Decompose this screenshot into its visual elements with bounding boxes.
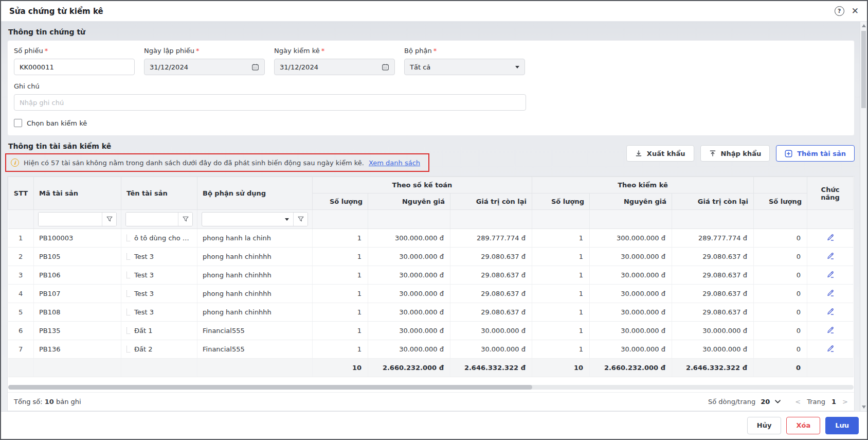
info-icon: i [11, 159, 19, 167]
so-phieu-input[interactable] [14, 59, 135, 75]
dept-filter-select[interactable] [202, 213, 293, 226]
delete-button[interactable]: Xóa [786, 417, 820, 434]
modal-title: Sửa chứng từ kiểm kê [9, 7, 103, 16]
table-row: 6 PB135 Đất 1 Financial555 1 30.000.000 … [8, 322, 854, 340]
col-header-code: Mã tài sản [34, 177, 121, 210]
col-header-name: Tên tài sản [121, 177, 197, 210]
asset-dept: phong hanh chinhhh [197, 248, 313, 266]
edit-inventory-document-modal: Sửa chứng từ kiểm kê ? ✕ Thông tin chứng… [0, 0, 868, 440]
col-header-stt: STT [8, 177, 34, 210]
tree-node-icon [126, 290, 130, 297]
scroll-down-icon[interactable] [862, 406, 866, 409]
col-header-acc-cost: Nguyên giá [368, 193, 450, 210]
upload-icon [709, 150, 716, 157]
edit-row-icon[interactable] [826, 270, 835, 278]
checkbox-icon[interactable] [14, 119, 22, 127]
ngay-lap-phieu-field[interactable]: 31/12/2024 [144, 59, 265, 75]
ghi-chu-label: Ghi chú [14, 82, 40, 90]
edit-row-icon[interactable] [826, 326, 835, 334]
asset-dept: Financial555 [197, 340, 313, 359]
current-page: 1 [831, 398, 836, 406]
total-acc-cost: 2.660.232.000 đ [368, 359, 450, 377]
col-header-inv-qty: Số lượng [532, 193, 590, 210]
document-info-card: Số phiếu* Ngày lập phiếu* 31/12/2024 Ngà… [7, 40, 855, 136]
cancel-button[interactable]: Hủy [747, 417, 782, 434]
total-acc-qty: 10 [313, 359, 368, 377]
ghi-chu-input[interactable] [14, 94, 526, 111]
scroll-up-icon[interactable] [862, 24, 866, 27]
tree-node-icon [126, 327, 130, 334]
asset-name: Đất 1 [121, 322, 197, 340]
col-header-actions: Chức năng [807, 177, 854, 210]
table-row: 7 PB136 Đất 2 Financial555 1 30.000.000 … [8, 340, 854, 359]
required-mark: * [45, 47, 48, 55]
filter-funnel-icon[interactable] [178, 213, 192, 226]
warning-banner: i Hiện có 57 tài sản không nằm trong dan… [5, 153, 429, 172]
ngay-lap-phieu-value: 31/12/2024 [150, 63, 188, 71]
asset-dept: phong hanh chinhhh [197, 303, 313, 322]
asset-name: Test 3 [121, 248, 197, 266]
required-mark: * [433, 47, 437, 55]
total-diff-qty: 0 [754, 359, 807, 377]
edit-row-icon[interactable] [826, 344, 835, 353]
xem-danh-sach-link[interactable]: Xem danh sách [369, 159, 420, 167]
export-button[interactable]: Xuất khẩu [626, 145, 694, 162]
edit-row-icon[interactable] [826, 289, 835, 297]
edit-row-icon[interactable] [826, 233, 835, 241]
prev-page-icon[interactable]: < [795, 398, 801, 406]
asset-dept: phong hanh la chinh [197, 229, 313, 248]
vertical-scrollbar-thumb[interactable] [861, 31, 866, 108]
filter-funnel-icon[interactable] [102, 213, 116, 226]
warning-text: Hiện có 57 tài sản không nằm trong danh … [24, 159, 364, 167]
asset-name: Test 3 [121, 285, 197, 303]
total-inv-cost: 2.660.232.000 đ [590, 359, 672, 377]
total-acc-remaining: 2.646.332.322 đ [450, 359, 532, 377]
chon-ban-kiem-ke-label: Chọn ban kiểm kê [27, 119, 87, 127]
horizontal-scrollbar[interactable] [8, 385, 854, 390]
import-button[interactable]: Nhập khẩu [700, 145, 770, 162]
ngay-lap-phieu-label: Ngày lập phiếu [144, 47, 194, 55]
bo-phan-value: Tất cả [410, 63, 430, 71]
bo-phan-select[interactable]: Tất cả [404, 59, 525, 75]
plus-square-icon [785, 150, 792, 157]
ngay-kiem-ke-field[interactable]: 31/12/2024 [274, 59, 395, 75]
bo-phan-label: Bộ phận [404, 47, 432, 55]
group-header-accounting: Theo số kế toán [313, 177, 532, 193]
edit-row-icon[interactable] [826, 252, 835, 260]
asset-section-title: Thông tin tài sản kiểm kê [7, 141, 429, 153]
asset-dept: phong hanh chinhhh [197, 285, 313, 303]
document-info-title: Thông tin chứng từ [7, 25, 855, 40]
vertical-scrollbar[interactable] [860, 22, 867, 411]
required-mark: * [196, 47, 200, 55]
calendar-icon[interactable] [382, 63, 389, 71]
col-header-acc-remaining: Giá trị còn lại [450, 193, 532, 210]
table-row: 2 PB105 Test 3 phong hanh chinhhh 1 30.0… [8, 248, 854, 266]
edit-row-icon[interactable] [826, 307, 835, 315]
tree-node-icon [126, 235, 130, 241]
so-phieu-label: Số phiếu [14, 47, 43, 55]
add-asset-button[interactable]: Thêm tài sản [776, 145, 855, 162]
chon-ban-kiem-ke-checkbox-row[interactable]: Chọn ban kiểm kê [14, 119, 87, 127]
table-row: 4 PB107 Test 3 phong hanh chinhhh 1 30.0… [8, 285, 854, 303]
close-icon[interactable]: ✕ [852, 7, 859, 15]
asset-code: PB105 [34, 248, 121, 266]
table-row: 1 PB100003 ô tô dùng cho HCS... phong ha… [8, 229, 854, 248]
col-header-diff-qty: Số lượng [754, 193, 807, 210]
asset-table: STT Mã tài sản Tên tài sản Bộ phận sử dụ… [8, 177, 854, 377]
table-footer: Tổng số: 10 bản ghi Số dòng/trang 20 < T… [8, 392, 854, 411]
tree-node-icon [126, 309, 130, 315]
save-button[interactable]: Lưu [825, 417, 859, 434]
calendar-icon[interactable] [251, 63, 259, 71]
asset-code: PB108 [34, 303, 121, 322]
code-filter-input[interactable] [39, 213, 102, 226]
modal-action-bar: Hủy Xóa Lưu [1, 411, 867, 439]
rows-per-page[interactable]: Số dòng/trang 20 [708, 398, 781, 406]
ngay-kiem-ke-value: 31/12/2024 [280, 63, 318, 71]
asset-dept: Financial555 [197, 322, 313, 340]
help-icon[interactable]: ? [835, 6, 844, 16]
filter-funnel-icon[interactable] [293, 213, 308, 226]
col-header-acc-qty: Số lượng [313, 193, 368, 210]
next-page-icon[interactable]: > [842, 398, 848, 406]
horizontal-scrollbar-thumb[interactable] [8, 385, 532, 390]
name-filter-input[interactable] [126, 213, 178, 226]
